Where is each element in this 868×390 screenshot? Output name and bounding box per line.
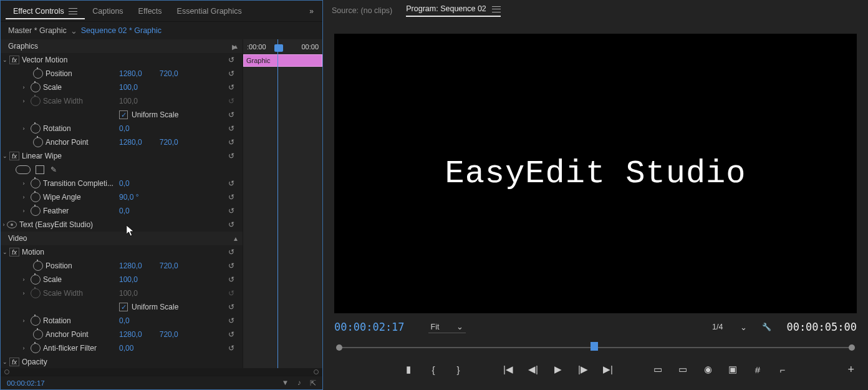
mini-timeline-column[interactable]: ▶ :00:00 00:00 Graphic [243,39,322,368]
twirl-down-icon[interactable]: ⌄ [1,249,9,255]
reset-icon[interactable]: ↺ [226,316,236,326]
position-x-value[interactable]: 1280,0 [119,261,142,270]
twirl-down-icon[interactable]: ⌄ [1,359,9,365]
stopwatch-icon[interactable] [33,261,43,271]
tab-effect-controls[interactable]: Effect Controls [6,3,85,19]
twirl-right-icon[interactable]: › [19,180,28,187]
twirl-right-icon[interactable]: › [19,276,28,283]
play-icon[interactable]: ▶ [552,363,564,376]
rotation-value[interactable]: 0,0 [119,124,130,133]
section-video[interactable]: Video ▲ [1,232,243,245]
tabs-overflow-icon[interactable]: » [306,6,317,17]
twirl-right-icon[interactable]: › [19,194,28,200]
position-x-value[interactable]: 1280,0 [119,69,142,78]
reset-icon[interactable]: ↺ [226,206,236,216]
reset-icon[interactable]: ↺ [226,137,236,147]
reset-icon[interactable]: ↺ [226,343,236,353]
export-icon[interactable]: ⇱ [310,379,316,388]
ruler-icon[interactable]: ⌐ [776,363,789,376]
twirl-right-icon[interactable]: › [19,318,28,324]
export-frame-icon[interactable]: ◉ [702,363,714,376]
tab-program[interactable]: Program: Sequence 02 [406,4,501,17]
effect-linear-wipe[interactable]: ⌄ fx Linear Wipe ↺ [1,149,243,163]
timeline-end-handle[interactable] [849,344,855,351]
anchor-y-value[interactable]: 720,0 [160,330,178,339]
settings-wrench-icon[interactable]: 🔧 [762,323,771,331]
step-back-icon[interactable]: ◀| [527,363,539,376]
ellipse-mask-icon[interactable] [16,165,31,174]
rotation-value[interactable]: 0,0 [119,316,130,325]
scroll-handle-left[interactable] [4,369,9,374]
position-y-value[interactable]: 720,0 [160,69,178,78]
anchor-y-value[interactable]: 720,0 [160,138,178,147]
tab-captions[interactable]: Captions [85,3,130,19]
reset-icon[interactable]: ↺ [226,220,236,230]
reset-icon[interactable]: ↺ [226,82,236,92]
lift-icon[interactable]: ▭ [652,363,664,376]
safe-margins-icon[interactable]: # [751,363,764,376]
tab-source[interactable]: Source: (no clips) [332,6,392,15]
stopwatch-icon[interactable] [33,329,43,339]
stopwatch-icon[interactable] [31,316,41,326]
twirl-down-icon[interactable]: ⌄ [1,57,9,63]
reset-icon[interactable]: ↺ [226,69,236,79]
scroll-handle-right[interactable] [314,369,319,374]
reset-icon[interactable]: ↺ [226,275,236,285]
add-marker-icon[interactable]: ▮ [402,363,415,376]
effect-text-layer[interactable]: › Text (EasyEdit Studio) ↺ [1,218,243,232]
twirl-right-icon[interactable]: › [19,208,28,214]
current-timecode[interactable]: 00:00:02:17 [334,321,405,333]
stopwatch-icon[interactable] [31,206,41,216]
reset-icon[interactable]: ↺ [226,261,236,271]
twirl-right-icon[interactable]: › [19,345,28,351]
panel-menu-icon[interactable] [69,8,77,14]
panel-menu-icon[interactable] [492,6,501,12]
tab-essential-graphics[interactable]: Essential Graphics [170,3,249,19]
resolution-dropdown[interactable]: 1/4 ⌄ [712,323,747,332]
effect-vector-motion[interactable]: ⌄ fx Vector Motion ↺ [1,53,243,67]
fx-badge-icon[interactable]: fx [9,56,19,64]
section-graphics[interactable]: Graphics ▲ [1,39,243,53]
scale-value[interactable]: 100,0 [119,275,138,284]
duration-timecode[interactable]: 00:00:05:00 [786,321,857,333]
extract-icon[interactable]: ▭ [677,363,689,376]
play-arrow-icon[interactable]: ▶ [232,43,237,51]
wipe-angle-value[interactable]: 90,0 ° [119,193,139,202]
filter-icon[interactable]: ▼ [282,379,289,388]
reset-icon[interactable]: ↺ [226,302,236,312]
transition-value[interactable]: 0,0 [119,179,130,188]
visibility-icon[interactable] [7,221,17,228]
stopwatch-icon[interactable] [31,178,41,188]
mark-in-icon[interactable]: { [427,363,440,376]
reset-icon[interactable]: ↺ [226,247,236,257]
feather-value[interactable]: 0,0 [119,207,130,215]
twirl-right-icon[interactable]: › [19,125,28,132]
mark-out-icon[interactable]: } [452,363,465,376]
zoom-scrollbar[interactable] [1,368,322,376]
stopwatch-icon[interactable] [31,275,41,285]
reset-icon[interactable]: ↺ [226,178,236,188]
effect-motion[interactable]: ⌄ fx Motion ↺ [1,245,243,259]
pen-mask-icon[interactable]: ✎ [51,165,57,174]
timeline-start-handle[interactable] [336,344,342,351]
fx-badge-icon[interactable]: fx [9,152,19,160]
reset-icon[interactable]: ↺ [226,192,236,202]
footer-timecode[interactable]: 00:00:02:17 [7,379,45,387]
fx-badge-icon[interactable]: fx [9,248,19,256]
uniform-scale-checkbox[interactable]: ✓ [119,110,128,119]
anti-flicker-value[interactable]: 0,00 [119,344,133,353]
timeline-playhead[interactable] [591,342,598,351]
stopwatch-icon[interactable] [33,69,43,79]
go-to-in-icon[interactable]: |◀ [502,363,514,376]
timeline-clip[interactable]: Graphic [243,54,322,67]
chevron-down-icon[interactable]: ⌄ [70,26,77,36]
sequence-link[interactable]: Sequence 02 * Graphic [81,26,162,35]
stopwatch-icon[interactable] [31,124,41,134]
scale-value[interactable]: 100,0 [119,83,138,92]
keyframe-icon[interactable]: ♪ [297,379,301,388]
playhead-handle[interactable] [274,44,283,52]
tab-effects[interactable]: Effects [131,3,170,19]
reset-icon[interactable]: ↺ [226,124,236,134]
collapse-arrow-icon[interactable]: ▲ [233,235,239,242]
twirl-right-icon[interactable]: › [1,222,7,228]
